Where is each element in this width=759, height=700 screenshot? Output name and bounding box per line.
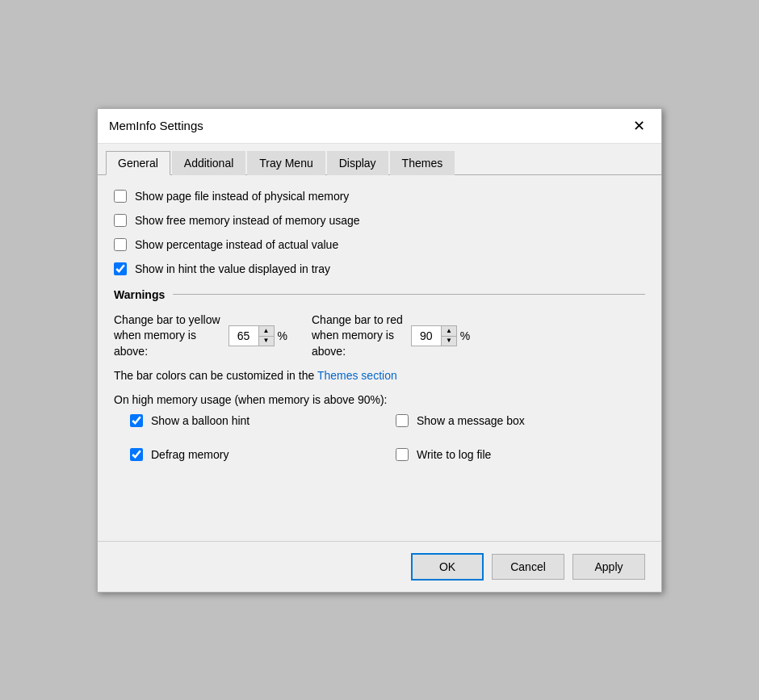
- checkbox-balloon-hint[interactable]: [130, 414, 143, 427]
- high-memory-checkboxes: Show a balloon hint Show a message box D…: [114, 414, 645, 472]
- checkbox-row-pagefile: Show page file instead of physical memor…: [114, 190, 645, 203]
- red-spinner-down[interactable]: ▼: [442, 336, 456, 346]
- warnings-label: Warnings: [114, 288, 165, 301]
- divider-line: [173, 294, 645, 295]
- warnings-row: Change bar to yellow when memory is abov…: [114, 312, 645, 360]
- checkbox-row-balloon: Show a balloon hint: [130, 414, 380, 427]
- checkbox-free-memory-label: Show free memory instead of memory usage: [135, 214, 360, 227]
- checkbox-hint[interactable]: [114, 262, 127, 275]
- red-spinner: ▲ ▼: [411, 325, 457, 346]
- yellow-spinner: ▲ ▼: [229, 325, 275, 346]
- yellow-spinner-wrap: ▲ ▼ %: [229, 325, 287, 346]
- checkbox-row-free-memory: Show free memory instead of memory usage: [114, 214, 645, 227]
- yellow-warning-label: Change bar to yellow when memory is abov…: [114, 312, 220, 360]
- tab-additional[interactable]: Additional: [172, 151, 246, 175]
- checkbox-row-message-box: Show a message box: [396, 414, 645, 427]
- settings-dialog: MemInfo Settings ✕ General Additional Tr…: [97, 108, 662, 593]
- tab-display[interactable]: Display: [327, 151, 388, 175]
- checkbox-log-file[interactable]: [396, 448, 409, 461]
- checkbox-free-memory[interactable]: [114, 214, 127, 227]
- checkbox-pagefile[interactable]: [114, 190, 127, 203]
- red-spinner-wrap: ▲ ▼ %: [411, 325, 470, 346]
- tab-themes[interactable]: Themes: [390, 151, 455, 175]
- checkbox-message-box-label: Show a message box: [417, 414, 525, 427]
- red-spinner-up[interactable]: ▲: [442, 326, 456, 336]
- tab-general[interactable]: General: [106, 151, 170, 175]
- checkbox-defrag-label: Defrag memory: [151, 448, 229, 461]
- footer: OK Cancel Apply: [98, 541, 661, 592]
- checkbox-row-hint: Show in hint the value displayed in tray: [114, 262, 645, 275]
- checkbox-row-defrag: Defrag memory: [130, 448, 380, 461]
- title-bar: MemInfo Settings ✕: [98, 109, 661, 144]
- checkbox-message-box[interactable]: [396, 414, 409, 427]
- apply-button[interactable]: Apply: [572, 554, 645, 580]
- red-warning-item: Change bar to red when memory is above: …: [312, 312, 470, 360]
- cancel-button[interactable]: Cancel: [492, 554, 564, 580]
- yellow-spinner-up[interactable]: ▲: [259, 326, 274, 336]
- content-area: Show page file instead of physical memor…: [98, 175, 661, 541]
- yellow-spinner-down[interactable]: ▼: [259, 336, 274, 346]
- dialog-title: MemInfo Settings: [109, 119, 203, 132]
- checkbox-percentage-label: Show percentage instead of actual value: [135, 238, 338, 251]
- tab-tray-menu[interactable]: Tray Menu: [247, 151, 325, 175]
- red-warning-label: Change bar to red when memory is above:: [312, 312, 403, 360]
- warnings-divider: Warnings: [114, 288, 645, 301]
- checkbox-hint-label: Show in hint the value displayed in tray: [135, 262, 330, 275]
- checkbox-defrag[interactable]: [130, 448, 143, 461]
- high-memory-label: On high memory usage (when memory is abo…: [114, 393, 645, 406]
- close-button[interactable]: ✕: [628, 117, 650, 135]
- checkbox-log-file-label: Write to log file: [417, 448, 491, 461]
- red-percent-label: %: [460, 329, 470, 342]
- red-spinner-input[interactable]: [412, 327, 441, 345]
- checkbox-row-log: Write to log file: [396, 448, 645, 461]
- checkbox-balloon-hint-label: Show a balloon hint: [151, 414, 250, 427]
- yellow-spinner-buttons: ▲ ▼: [258, 326, 274, 346]
- red-spinner-buttons: ▲ ▼: [441, 326, 456, 346]
- themes-section-link[interactable]: Themes section: [317, 369, 397, 382]
- ok-button[interactable]: OK: [411, 553, 484, 581]
- checkbox-percentage[interactable]: [114, 238, 127, 251]
- checkbox-pagefile-label: Show page file instead of physical memor…: [135, 190, 349, 203]
- checkbox-row-percentage: Show percentage instead of actual value: [114, 238, 645, 251]
- themes-link-row: The bar colors can be customized in the …: [114, 369, 645, 382]
- yellow-percent-label: %: [278, 329, 287, 342]
- yellow-warning-item: Change bar to yellow when memory is abov…: [114, 312, 287, 360]
- yellow-spinner-input[interactable]: [229, 327, 258, 345]
- tab-bar: General Additional Tray Menu Display The…: [98, 144, 661, 175]
